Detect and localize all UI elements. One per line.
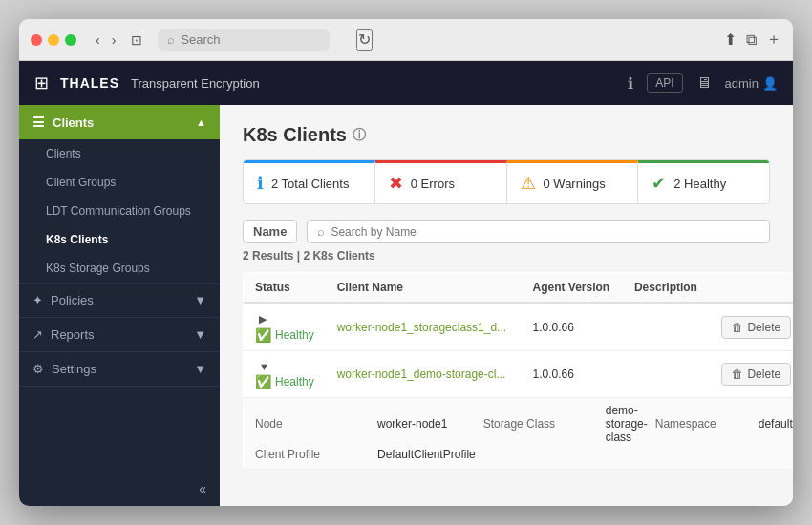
- sidebar-section-reports: ↗ Reports ▼: [19, 318, 220, 352]
- sidebar-item-k8s-clients-label: K8s Clients: [46, 233, 108, 246]
- sidebar-policies-label: Policies: [51, 293, 94, 307]
- back-button[interactable]: ‹: [92, 31, 104, 50]
- toolbar: Name ⌕: [243, 220, 770, 243]
- namespace-label: Namespace: [655, 417, 751, 430]
- td-agent-version-row1: 1.0.0.66: [522, 303, 623, 351]
- page-title-text: K8s Clients: [243, 124, 347, 146]
- chevron-up-icon: ▲: [196, 116, 206, 128]
- browser-search-bar[interactable]: ⌕: [158, 29, 330, 51]
- client-profile-label: Client Profile: [255, 448, 370, 461]
- share-icon[interactable]: ⬆: [724, 31, 737, 49]
- search-wrap: ⌕: [307, 220, 770, 243]
- sidebar-section-clients: ☰ Clients ▲ Clients Client Groups LDT Co…: [19, 105, 220, 284]
- sidebar-clients-label: Clients: [53, 116, 94, 130]
- app-header: ⊞ THALES Transparent Encryption ℹ API 🖥 …: [19, 61, 793, 105]
- healthy-circle-icon-row2: ✅: [255, 374, 271, 389]
- th-actions: [710, 273, 793, 304]
- sidebar-item-client-groups[interactable]: Client Groups: [19, 168, 220, 197]
- sidebar-reports-header[interactable]: ↗ Reports ▼: [19, 318, 220, 351]
- storage-class-value: demo-storage-class: [606, 404, 648, 444]
- client-link-row1[interactable]: worker-node1_storageclass1_d...: [337, 321, 506, 334]
- settings-icon: ⚙: [32, 362, 44, 376]
- monitor-icon[interactable]: 🖥: [696, 74, 712, 92]
- total-clients-card[interactable]: ℹ 2 Total Clients: [244, 160, 375, 203]
- sidebar-item-k8s-clients[interactable]: K8s Clients: [19, 225, 220, 254]
- api-button[interactable]: API: [647, 74, 682, 93]
- healthy-circle-icon-row1: ✅: [255, 327, 271, 343]
- sidebar-item-k8s-storage[interactable]: K8s Storage Groups: [19, 254, 220, 283]
- client-profile-value: DefaultClientProfile: [377, 448, 476, 461]
- chevron-down-icon: ▼: [194, 293, 206, 307]
- delete-button-row2[interactable]: 🗑 Delete: [721, 363, 791, 386]
- detail-row-row2: Node worker-node1 Storage Class demo-sto…: [244, 398, 794, 468]
- maximize-button[interactable]: [65, 34, 76, 46]
- admin-button[interactable]: admin 👤: [725, 76, 778, 91]
- th-description: Description: [623, 273, 711, 304]
- minimize-button[interactable]: [48, 34, 59, 46]
- traffic-lights: [31, 34, 76, 46]
- chevron-down-icon2: ▼: [194, 327, 206, 342]
- app-window: ‹ › ⊡ ⌕ ↻ ⬆ ⧉ ＋ ⊞ THALES Transparent Enc…: [19, 19, 793, 506]
- forward-button[interactable]: ›: [108, 31, 120, 50]
- sidebar-settings-header[interactable]: ⚙ Settings ▼: [19, 352, 220, 386]
- warnings-icon: ⚠: [521, 173, 536, 194]
- close-button[interactable]: [31, 34, 42, 46]
- td-expand1: ▶ ✅ Healthy: [244, 303, 326, 351]
- header-right: ℹ API 🖥 admin 👤: [628, 74, 778, 93]
- title-bar: ‹ › ⊡ ⌕ ↻ ⬆ ⧉ ＋: [19, 19, 793, 61]
- namespace-value: default: [759, 417, 793, 430]
- warnings-label: 0 Warnings: [544, 177, 606, 191]
- refresh-button[interactable]: ↻: [356, 29, 373, 51]
- sidebar-item-ldt-comm[interactable]: LDT Communication Groups: [19, 197, 220, 225]
- grid-icon[interactable]: ⊞: [34, 73, 49, 94]
- storage-class-label: Storage Class: [483, 417, 598, 430]
- td-expand2: ▼ ✅ Healthy: [244, 351, 326, 398]
- brand-subtitle: Transparent Encryption: [131, 76, 260, 91]
- errors-icon: ✖: [389, 173, 403, 194]
- table-header-row: Status Client Name Agent Version Descrip…: [244, 273, 794, 304]
- detail-cell: Node worker-node1 Storage Class demo-sto…: [244, 398, 794, 468]
- sidebar-collapse-button[interactable]: «: [19, 472, 220, 506]
- tabs-icon[interactable]: ⧉: [746, 32, 757, 49]
- total-clients-label: 2 Total Clients: [271, 177, 349, 191]
- results-info: 2 Results | 2 K8s Clients: [243, 249, 770, 262]
- detail-grid: Node worker-node1 Storage Class demo-sto…: [255, 404, 793, 461]
- errors-card[interactable]: ✖ 0 Errors: [375, 160, 507, 203]
- delete-button-row1[interactable]: 🗑 Delete: [721, 316, 791, 339]
- title-bar-actions: ⬆ ⧉ ＋: [724, 30, 781, 50]
- sidebar-item-clients[interactable]: Clients: [19, 139, 220, 168]
- sidebar-settings-label: Settings: [52, 362, 96, 376]
- healthy-card[interactable]: ✔ 2 Healthy: [638, 160, 769, 203]
- th-client-name: Client Name: [326, 273, 522, 304]
- node-value: worker-node1: [377, 417, 476, 430]
- expand-button-row1[interactable]: ▶: [255, 311, 270, 327]
- healthy-icon: ✔: [652, 173, 666, 194]
- search-icon: ⌕: [167, 32, 175, 47]
- expand-button-row2[interactable]: ▼: [255, 359, 273, 374]
- search-input[interactable]: [331, 225, 759, 239]
- add-tab-icon[interactable]: ＋: [766, 30, 781, 50]
- clients-table: Status Client Name Agent Version Descrip…: [243, 272, 793, 468]
- app-content: ☰ Clients ▲ Clients Client Groups LDT Co…: [19, 105, 793, 506]
- search-icon2: ⌕: [317, 224, 325, 239]
- info-icon[interactable]: ℹ: [628, 74, 633, 93]
- td-client-name-row1: worker-node1_storageclass1_d...: [326, 303, 522, 351]
- table-row: ▼ ✅ Healthy worker-node1_demo-storage-cl…: [244, 351, 794, 398]
- trash-icon-row2: 🗑: [732, 368, 743, 381]
- th-status: Status: [244, 273, 326, 304]
- name-tab[interactable]: Name: [243, 220, 297, 243]
- warnings-card[interactable]: ⚠ 0 Warnings: [507, 160, 639, 203]
- sidebar-policies-header[interactable]: ✦ Policies ▼: [19, 284, 220, 317]
- th-agent-version: Agent Version: [522, 273, 623, 304]
- sidebar-section-policies: ✦ Policies ▼: [19, 284, 220, 318]
- page-info-icon[interactable]: ⓘ: [353, 127, 366, 144]
- client-link-row2[interactable]: worker-node1_demo-storage-cl...: [337, 368, 506, 381]
- healthy-label: 2 Healthy: [673, 177, 726, 191]
- status-healthy-row2: ✅ Healthy: [255, 374, 314, 389]
- sidebar-clients-header[interactable]: ☰ Clients ▲: [19, 105, 220, 139]
- chevron-down-icon3: ▼: [194, 362, 206, 376]
- browser-search-input[interactable]: [181, 32, 320, 47]
- reports-icon: ↗: [32, 327, 43, 342]
- main-content: K8s Clients ⓘ ℹ 2 Total Clients ✖ 0 Erro…: [220, 105, 793, 506]
- menu-icon: ☰: [32, 115, 45, 130]
